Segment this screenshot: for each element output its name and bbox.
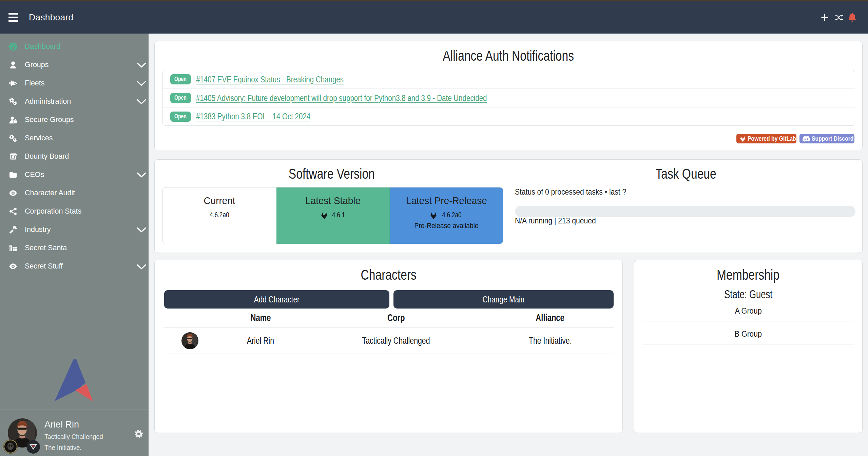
- user-lock-icon: [8, 115, 18, 124]
- notification-row: Open#1383 Python 3.8 EOL - 14 Oct 2024: [163, 107, 855, 125]
- membership-group: B Group: [642, 321, 854, 344]
- version-column-label: Current: [163, 195, 276, 206]
- hammer-icon: [8, 225, 18, 234]
- character-portrait: [181, 332, 198, 349]
- character-alliance: The Initiative.: [487, 328, 614, 354]
- chevron-down-icon: [136, 59, 147, 71]
- sidebar-item-services[interactable]: Services: [0, 129, 149, 147]
- col-corp: Corp: [305, 309, 487, 328]
- corp-logo-badge: [3, 439, 18, 454]
- change-main-shuffle-icon[interactable]: [835, 13, 844, 22]
- page-title: Dashboard: [29, 12, 73, 23]
- version-column-green: Latest Stable4.6.1: [276, 187, 389, 244]
- membership-group: A Group: [642, 298, 854, 321]
- status-badge: Open: [170, 74, 191, 84]
- version-value: 4.6.1: [276, 211, 389, 219]
- navbar-actions: [821, 13, 856, 22]
- version-note: Pre-Release available: [390, 222, 503, 230]
- notifications-list: Open#1407 EVE Equinox Status - Breaking …: [162, 70, 855, 126]
- notification-link[interactable]: #1383 Python 3.8 EOL - 14 Oct 2024: [196, 111, 310, 122]
- store-icon: [8, 152, 18, 161]
- col-portrait: [164, 309, 216, 328]
- top-navbar: Dashboard: [0, 1, 868, 34]
- window-top-edge: [0, 0, 868, 1]
- character-name: Ariel Rin: [216, 328, 305, 354]
- gitlab-fox-icon: [320, 211, 329, 219]
- version-column-label: Latest Stable: [276, 195, 389, 206]
- eye-icon: [8, 262, 18, 271]
- characters-card: Characters Add Character Change Main Nam…: [154, 260, 623, 433]
- task-queue-summary: N/A running | 213 queued: [515, 216, 609, 225]
- sidebar-item-ceos[interactable]: CEOs: [0, 165, 149, 184]
- membership-card: Membership State: Guest A GroupB Group: [634, 260, 863, 433]
- membership-groups: A GroupB Group: [642, 298, 854, 344]
- version-value: 4.6.2a0: [390, 211, 503, 219]
- eye-icon: [8, 189, 18, 197]
- gears-icon: [8, 134, 18, 142]
- sidebar-item-secret-stuff[interactable]: Secret Stuff: [0, 257, 149, 276]
- shuttle-icon: [8, 79, 18, 87]
- membership-title: Membership: [634, 267, 862, 282]
- sidebar-item-industry[interactable]: Industry: [0, 220, 149, 239]
- version-column-white: Current4.6.2a0: [163, 187, 276, 244]
- characters-title: Characters: [155, 267, 622, 282]
- sidebar-item-corporation-stats[interactable]: Corporation Stats: [0, 202, 149, 220]
- change-main-button[interactable]: Change Main: [393, 290, 614, 309]
- share-icon: [8, 207, 18, 216]
- characters-buttons: Add Character Change Main: [164, 290, 614, 309]
- sidebar-item-bounty-board[interactable]: Bounty Board: [0, 147, 149, 165]
- chevron-down-icon: [136, 169, 147, 180]
- add-character-icon[interactable]: [821, 13, 829, 22]
- user-settings-gear-icon[interactable]: [134, 430, 143, 438]
- task-queue-status: Status of 0 processed tasks • last ?: [515, 187, 644, 197]
- character-row: Ariel RinTactically ChallengedThe Initia…: [164, 328, 614, 354]
- chevron-down-icon: [136, 261, 147, 272]
- notification-link[interactable]: #1407 EVE Equinox Status - Breaking Chan…: [196, 74, 344, 85]
- notifications-title: Alliance Auth Notifications: [155, 48, 862, 63]
- sidebar-item-secret-santa[interactable]: Secret Santa: [0, 239, 149, 257]
- user-avatar: [8, 418, 37, 448]
- version-column-label: Latest Pre-Release: [390, 195, 503, 206]
- sidebar-item-administration[interactable]: Administration: [0, 92, 149, 111]
- sidebar-item-dashboard[interactable]: Dashboard: [0, 37, 149, 56]
- col-alliance: Alliance: [487, 309, 614, 328]
- footer-badges: Powered by GitLab Support Discord: [736, 134, 854, 143]
- status-badge: Open: [170, 93, 191, 103]
- version-comparison: Current4.6.2a0Latest Stable4.6.1Latest P…: [162, 187, 503, 244]
- notifications-card: Alliance Auth Notifications Open#1407 EV…: [154, 41, 863, 150]
- notifications-bell-icon[interactable]: [848, 13, 856, 22]
- user-panel[interactable]: Ariel Rin Tactically Challenged The Init…: [0, 410, 149, 456]
- main-content: Alliance Auth Notifications Open#1407 EV…: [149, 34, 868, 456]
- sidebar-item-character-audit[interactable]: Character Audit: [0, 184, 149, 202]
- user-name: Ariel Rin: [44, 419, 108, 430]
- software-version-title: Software Version: [155, 166, 509, 181]
- version-column-blue: Latest Pre-Release4.6.2a0Pre-Release ava…: [390, 187, 503, 244]
- sidebar-item-secure-groups[interactable]: Secure Groups: [0, 111, 149, 129]
- sidebar-menu: DashboardGroupsFleetsAdministrationSecur…: [0, 34, 149, 276]
- sidebar-item-fleets[interactable]: Fleets: [0, 74, 149, 92]
- col-name: Name: [216, 309, 305, 328]
- task-queue-progressbar: [515, 206, 855, 217]
- version-value: 4.6.2a0: [163, 211, 276, 219]
- support-discord-badge[interactable]: Support Discord: [799, 134, 854, 143]
- sidebar-item-groups[interactable]: Groups: [0, 56, 149, 74]
- gauge-icon: [8, 42, 18, 51]
- user-icon: [8, 60, 18, 69]
- folder-icon: [8, 170, 18, 179]
- chevron-down-icon: [136, 77, 147, 89]
- gears-icon: [8, 97, 18, 106]
- task-queue-title: Task Queue: [509, 166, 863, 181]
- characters-table: Name Corp Alliance Ariel RinTactically C…: [164, 309, 614, 354]
- menu-toggle-icon[interactable]: [8, 13, 18, 22]
- notification-link[interactable]: #1405 Advisory: Future development will …: [196, 93, 487, 103]
- gitlab-fox-icon: [429, 211, 438, 219]
- character-corp: Tactically Challenged: [305, 328, 487, 354]
- software-version-task-queue-card: Software Version Task Queue Current4.6.2…: [154, 159, 863, 253]
- add-character-button[interactable]: Add Character: [164, 290, 389, 309]
- chevron-down-icon: [136, 224, 147, 235]
- powered-by-gitlab-badge[interactable]: Powered by GitLab: [736, 134, 796, 143]
- alliance-logo: [0, 358, 149, 410]
- alliance-logo-badge: [26, 440, 40, 454]
- notification-row: Open#1407 EVE Equinox Status - Breaking …: [163, 70, 855, 89]
- gifts-icon: [8, 244, 18, 253]
